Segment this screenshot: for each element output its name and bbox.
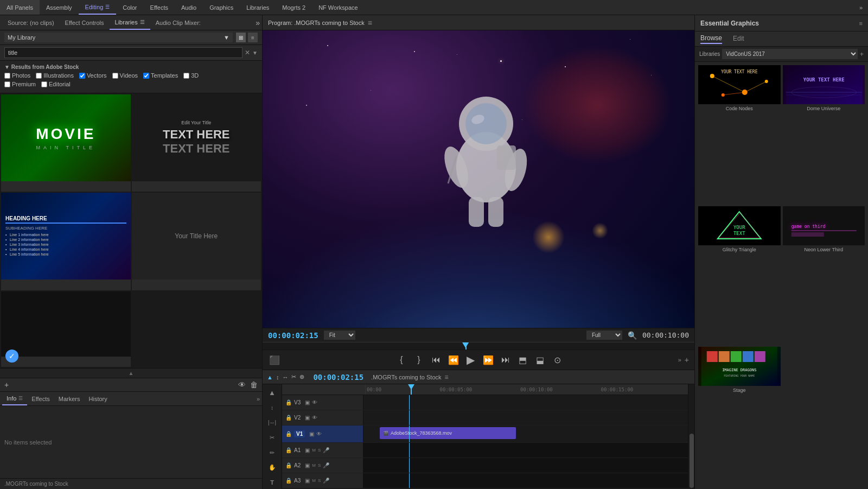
track-a2-m[interactable]: M [312, 463, 316, 468]
filter-vectors[interactable]: Vectors [79, 72, 107, 79]
eg-template-neon[interactable]: game on third Neon Lower Third [783, 206, 865, 345]
tl-tool-type[interactable]: T [266, 476, 279, 489]
nav-graphics[interactable]: Graphics [203, 0, 240, 15]
view-list-btn[interactable]: ≡ [248, 33, 258, 42]
track-a1-lock[interactable]: 🔒 [285, 447, 292, 453]
search-clear-icon[interactable]: ✕ [245, 49, 250, 56]
track-v2-target[interactable]: ▣ [305, 415, 310, 421]
track-v3-lock[interactable]: 🔒 [285, 399, 292, 405]
track-a1-target[interactable]: ▣ [305, 447, 310, 453]
tl-tool-hand[interactable]: ✋ [266, 461, 279, 474]
step-back-btn[interactable]: ⏪ [447, 353, 460, 366]
panel-expand-icon[interactable]: » [256, 18, 260, 27]
filter-templates[interactable]: Templates [143, 72, 178, 79]
filter-premium[interactable]: Premium [4, 81, 36, 87]
tab-effect-controls[interactable]: Effect Controls [60, 15, 110, 30]
track-v2-lock[interactable]: 🔒 [285, 415, 292, 421]
nav-effects[interactable]: Effects [144, 0, 175, 15]
tl-tool-ripple[interactable]: |↔| [266, 416, 279, 429]
track-a1-s[interactable]: S [318, 448, 321, 453]
eg-menu-icon[interactable]: ≡ [859, 20, 863, 27]
tab-effects[interactable]: Effects [27, 392, 54, 405]
fit-dropdown[interactable]: Fit 25% 50% 100% [324, 331, 355, 340]
track-a1-m[interactable]: M [312, 448, 316, 453]
tab-source[interactable]: Source: (no clips) [2, 15, 60, 30]
tl-select-tool[interactable]: ▲ [267, 374, 273, 380]
thumb-partial[interactable]: ✓ [1, 291, 131, 367]
tab-info[interactable]: Info ☰ [2, 392, 27, 405]
scrubber-bar[interactable] [263, 342, 694, 350]
marker-btn[interactable]: ⬛ [268, 353, 281, 366]
search-input[interactable] [4, 47, 242, 58]
filter-editorial[interactable]: Editorial [41, 81, 71, 87]
program-menu-icon[interactable]: ≡ [368, 18, 372, 27]
thumb-text-edit[interactable]: Edit Your Title TEXT HERE TEXT HERE [132, 94, 261, 192]
library-dropdown[interactable]: My Library ▼ [4, 33, 233, 42]
out-point-btn[interactable]: } [412, 353, 425, 366]
lib-trash-btn[interactable]: 🗑 [250, 380, 258, 389]
tl-ripple-tool[interactable]: ↔ [282, 374, 288, 380]
nav-audio[interactable]: Audio [175, 0, 203, 15]
track-a3-mic[interactable]: 🎤 [323, 478, 329, 484]
export-frame-btn[interactable]: ⊙ [551, 353, 564, 366]
thumb-movie-title[interactable]: MOVIE MAIN TITLE [1, 94, 131, 192]
tl-tool-track-sel[interactable]: ↕ [266, 402, 279, 415]
tab-history[interactable]: History [85, 392, 112, 405]
step-fwd-btn[interactable]: ⏩ [482, 353, 495, 366]
eg-tab-browse[interactable]: Browse [700, 34, 722, 44]
tab-audio-clip-mixer[interactable]: Audio Clip Mixer: [150, 15, 206, 30]
nav-nf-workspace[interactable]: NF Workspace [312, 0, 365, 15]
tl-razor-tool[interactable]: ✂ [291, 373, 296, 380]
wrench-icon[interactable]: » [678, 357, 681, 363]
view-grid-btn[interactable]: ⊞ [236, 33, 246, 42]
insert-btn[interactable]: ⬒ [516, 353, 529, 366]
filter-illustrations[interactable]: Illustrations [36, 72, 74, 79]
nav-all-panels[interactable]: All Panels [0, 0, 40, 15]
thumb-news[interactable]: HEADING HERE SUBHEADING HERE Line 1 info… [1, 193, 131, 290]
eg-template-dome-universe[interactable]: YOUR TEXT HERE Dome Universe [783, 65, 865, 204]
track-v1-eye[interactable]: 👁 [316, 431, 322, 437]
tl-track-select[interactable]: ↕ [276, 374, 279, 380]
track-a3-lock[interactable]: 🔒 [285, 478, 292, 484]
track-a2-target[interactable]: ▣ [305, 462, 310, 468]
tab-markers[interactable]: Markers [54, 392, 85, 405]
quality-dropdown[interactable]: Full Half Quarter [586, 331, 622, 340]
track-v3-target[interactable]: ▣ [305, 399, 310, 405]
track-clip-v1[interactable]: 🎬 AdobeStock_78363568.mov [380, 427, 516, 439]
scroll-up-indicator[interactable]: ▲ [129, 370, 134, 376]
nav-color[interactable]: Color [116, 0, 143, 15]
lib-eye-btn[interactable]: 👁 [238, 380, 246, 389]
tl-slip-tool[interactable]: ⊕ [299, 373, 304, 380]
zoom-icon[interactable]: 🔍 [628, 331, 637, 340]
nav-assembly[interactable]: Assembly [40, 0, 79, 15]
tl-tool-pen[interactable]: ✏ [266, 446, 279, 459]
track-a3-s[interactable]: S [318, 478, 321, 483]
info-expand-btn[interactable]: » [257, 396, 260, 402]
track-a3-m[interactable]: M [312, 478, 316, 483]
filter-photos[interactable]: Photos [4, 72, 30, 79]
play-btn[interactable]: ▶ [464, 353, 477, 366]
nav-editing[interactable]: Editing ☰ [79, 0, 117, 15]
timeline-scrollbar[interactable] [690, 434, 694, 488]
add-panel-btn[interactable]: + [685, 355, 689, 364]
search-dropdown-icon[interactable]: ▼ [252, 50, 258, 56]
track-a1-mic[interactable]: 🎤 [323, 447, 329, 453]
timeline-menu-icon[interactable]: ≡ [445, 373, 449, 381]
lib-add-btn[interactable]: + [4, 380, 9, 389]
eg-template-stage[interactable]: IMAGINE DRAGONS FEATURING YOUR NAME Stag… [698, 347, 781, 486]
track-a2-lock[interactable]: 🔒 [285, 462, 292, 468]
thumb-plain-title[interactable]: Your Title Here [132, 193, 261, 290]
scrubber-handle[interactable] [462, 342, 469, 348]
tl-tool-razor[interactable]: ✂ [266, 431, 279, 444]
track-a3-target[interactable]: ▣ [305, 478, 310, 484]
track-a2-s[interactable]: S [318, 463, 321, 468]
track-v1-target[interactable]: ▣ [309, 431, 314, 437]
filter-3d[interactable]: 3D [183, 72, 199, 79]
track-v3-eye[interactable]: 👁 [312, 399, 317, 405]
goto-out-btn[interactable]: ⏭ [499, 353, 512, 366]
eg-lib-add-icon[interactable]: + [860, 50, 864, 58]
eg-library-select[interactable]: VidConUS 2017 My Library [722, 49, 858, 59]
nav-expand[interactable]: » [854, 0, 868, 15]
track-v1-lock[interactable]: 🔒 [285, 431, 292, 437]
nav-libraries[interactable]: Libraries [240, 0, 276, 15]
